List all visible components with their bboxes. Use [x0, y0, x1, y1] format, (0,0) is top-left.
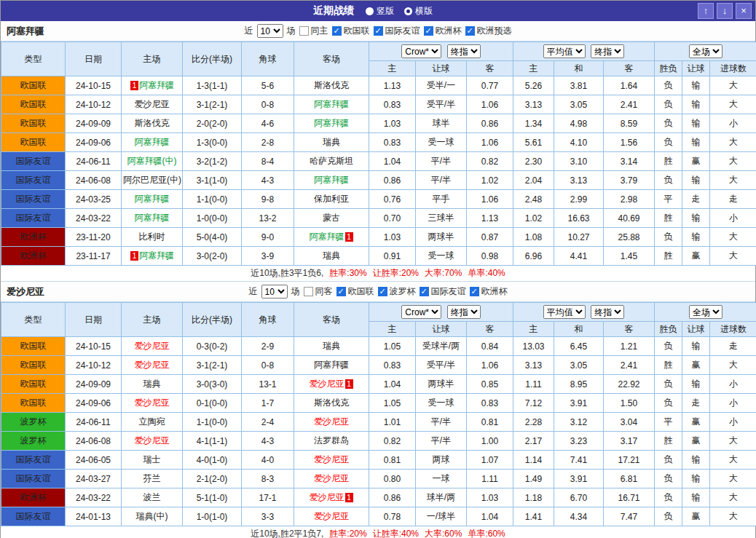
checkbox-icon[interactable] [336, 287, 346, 296]
odds-away-cell: 1.03 [467, 488, 513, 507]
date-cell: 24-09-06 [66, 394, 122, 413]
team-name-text: 爱沙尼亚 [135, 435, 170, 446]
away-team-cell: 瑞典 [294, 337, 369, 356]
avg-home-cell: 1.02 [513, 209, 554, 228]
avg-home-cell: 5.26 [513, 76, 554, 95]
col-avg-draw: 和 [554, 61, 604, 76]
avg-select[interactable]: 平均值 [543, 44, 586, 58]
avg-home-cell: 1.41 [513, 507, 554, 526]
odds-away-cell: 1.06 [467, 356, 513, 375]
home-team-cell: 立陶宛 [122, 413, 183, 432]
same-venue-checkbox[interactable]: 同主 [299, 25, 328, 37]
league-filter-checkbox[interactable]: 国际友谊 [374, 25, 420, 37]
league-cell: 国际友谊 [1, 507, 66, 526]
away-team-cell: 瑞典 [294, 247, 369, 266]
score-cell: 3-0(3-0) [183, 375, 242, 394]
avg-away-cell: 22.92 [604, 375, 655, 394]
date-cell: 24-06-05 [66, 451, 122, 470]
col-corner: 角球 [242, 303, 294, 337]
close-button[interactable]: × [736, 3, 752, 19]
date-cell: 24-09-06 [66, 133, 122, 152]
away-team-cell: 阿塞拜疆 [294, 114, 369, 133]
col-avg-draw: 和 [554, 322, 604, 337]
col-odds-home: 主 [369, 322, 416, 337]
home-team-cell: 瑞典 [122, 375, 183, 394]
avg-away-cell: 3.17 [604, 432, 655, 451]
handicap-result-cell: 走 [682, 394, 710, 413]
odds-away-cell: 0.77 [467, 76, 513, 95]
team-name-text: 爱沙尼亚 [314, 473, 349, 483]
checkbox-icon[interactable] [304, 287, 313, 296]
avg-away-cell: 2.41 [604, 356, 655, 375]
avg-draw-cell: 6.70 [554, 488, 604, 507]
home-team-cell: 芬兰 [122, 470, 183, 488]
score-cell: 4-0(1-0) [183, 451, 242, 470]
avg-type-select[interactable]: 终指 [591, 305, 624, 319]
avg-select[interactable]: 平均值 [543, 305, 586, 319]
league-filter-checkbox[interactable]: 波罗杯 [378, 285, 416, 298]
date-cell: 24-09-09 [66, 375, 122, 394]
league-filter-checkbox[interactable]: 欧国联 [336, 285, 374, 298]
layout-radio-horizontal[interactable]: 横版 [404, 5, 433, 17]
odds-source-select[interactable]: Crow* [401, 44, 441, 58]
checkbox-icon[interactable] [420, 287, 429, 296]
scroll-up-button[interactable]: ↑ [698, 3, 714, 19]
match-row: 国际友谊24-06-11阿塞拜疆(中)3-2(1-2)8-4哈萨克斯坦1.04平… [1, 152, 756, 171]
odds-type-select[interactable]: 终指 [447, 44, 481, 58]
date-cell: 24-10-15 [66, 76, 122, 95]
checkbox-icon[interactable] [465, 26, 475, 36]
col-result: 胜负 [655, 61, 682, 76]
checkbox-icon[interactable] [299, 26, 309, 36]
scope-select[interactable]: 全场 [689, 305, 722, 319]
score-cell: 4-1(1-1) [183, 432, 242, 451]
checkbox-icon[interactable] [378, 287, 387, 296]
league-filter-checkbox[interactable]: 欧洲预选 [465, 25, 512, 37]
checkbox-icon[interactable] [374, 26, 383, 36]
league-filter-checkbox[interactable]: 国际友谊 [420, 285, 466, 298]
corner-cell: 4-3 [242, 171, 294, 190]
away-team-cell: 爱沙尼亚 [294, 470, 369, 488]
league-cell: 欧国联 [1, 133, 66, 152]
scope-select-cell: 全场 [655, 303, 756, 322]
avg-type-select[interactable]: 终指 [591, 44, 624, 58]
same-venue-checkbox[interactable]: 同客 [304, 285, 333, 298]
col-score: 比分(半场) [183, 303, 242, 337]
avg-away-cell: 2.41 [604, 95, 655, 114]
odds-source-select[interactable]: Crow* [401, 305, 441, 319]
odds-type-select[interactable]: 终指 [447, 305, 481, 319]
league-filter-checkbox[interactable]: 欧洲杯 [424, 25, 462, 37]
score-cell: 0-1(0-0) [183, 394, 242, 413]
checkbox-icon[interactable] [424, 26, 433, 36]
radio-icon[interactable] [366, 7, 374, 15]
odds-handicap-cell: 两球 [416, 451, 467, 470]
league-filter-checkbox[interactable]: 欧国联 [332, 25, 370, 37]
odds-home-cell: 0.83 [369, 133, 416, 152]
match-count-select[interactable]: 10 [257, 24, 283, 38]
match-row: 欧洲杯23-11-20比利时5-0(4-0)9-0阿塞拜疆11.03两球半0.8… [1, 228, 756, 247]
title-bar: 近期战绩 竖版 横版 ↑ ↓ × [1, 1, 755, 21]
home-team-cell: 瑞典(中) [122, 507, 183, 526]
odds-away-cell: 1.07 [467, 451, 513, 470]
layout-radio-vertical[interactable]: 竖版 [366, 5, 394, 17]
odds-home-cell: 0.86 [369, 488, 416, 507]
odds-home-cell: 1.01 [369, 413, 416, 432]
league-filter-checkbox[interactable]: 欧洲杯 [470, 285, 508, 298]
filter-bar: 阿塞拜疆 近 10 场 同主 欧国联 国际友谊 [1, 21, 755, 41]
radio-icon[interactable] [404, 7, 412, 15]
away-team-cell: 法罗群岛 [294, 432, 369, 451]
scroll-down-button[interactable]: ↓ [717, 3, 733, 19]
odds-home-cell: 0.86 [369, 171, 416, 190]
handicap-win-rate: 让胜率:20% [373, 267, 419, 280]
odds-handicap-cell: 平/半 [416, 432, 467, 451]
checkbox-icon[interactable] [470, 287, 479, 296]
odds-home-cell: 0.70 [369, 209, 416, 228]
match-count-select[interactable]: 10 [261, 285, 288, 298]
match-row: 欧国联24-10-12爱沙尼亚3-1(2-1)0-8阿塞拜疆0.83受平/半1.… [1, 356, 756, 375]
odds-home-cell: 1.13 [369, 76, 416, 95]
checkbox-icon[interactable] [332, 26, 342, 36]
odds-handicap-cell: 受平/半 [416, 95, 467, 114]
team-name-text: 阿塞拜疆 [314, 118, 349, 128]
scope-select[interactable]: 全场 [689, 44, 722, 58]
filter-controls: 近 10 场 同客 欧国联 波罗杯 [249, 285, 508, 298]
odds-away-cell: 1.06 [467, 133, 513, 152]
